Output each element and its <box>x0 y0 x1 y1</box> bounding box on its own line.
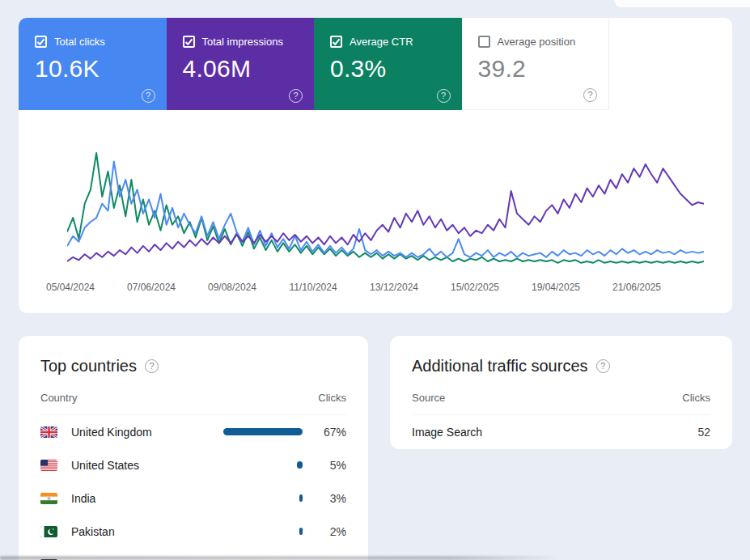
country-row-us[interactable]: United States5% <box>40 448 346 482</box>
total-clicks-checkbox[interactable] <box>35 36 47 48</box>
clicks-bar <box>223 428 303 435</box>
top-countries-title: Top countries <box>40 357 137 375</box>
country-name: Pakistan <box>71 525 115 538</box>
source-column-header: Source <box>412 392 445 404</box>
help-icon[interactable] <box>142 89 155 103</box>
clicks-bar-zone <box>222 494 303 502</box>
country-column-header: Country <box>40 392 78 404</box>
clicks-bar-zone <box>222 428 303 435</box>
source-clicks: 52 <box>697 426 710 439</box>
average-position-checkbox[interactable] <box>478 36 490 48</box>
clicks-percent: 2% <box>303 525 346 538</box>
performance-line-chart[interactable] <box>67 123 704 270</box>
tile-label: Total impressions <box>202 36 283 48</box>
clicks-bar-zone <box>222 528 303 535</box>
help-icon[interactable] <box>596 359 610 373</box>
tile-value: 0.3% <box>330 55 449 83</box>
x-axis-label: 21/06/2025 <box>600 282 673 293</box>
x-axis-label: 19/04/2025 <box>519 282 592 293</box>
us-flag-icon <box>40 460 57 471</box>
gb-flag-icon <box>40 426 57 438</box>
x-axis-label: 05/04/2024 <box>34 282 107 293</box>
clicks-percent: 5% <box>303 459 346 472</box>
tile-value: 10.6K <box>35 55 154 83</box>
x-axis-label: 15/02/2025 <box>439 282 511 293</box>
metric-tiles: Total clicks 10.6K Total impressions 4.0… <box>19 18 732 110</box>
clicks-column-header: Clicks <box>318 392 346 404</box>
country-row-in[interactable]: India3% <box>40 482 346 515</box>
source-name: Image Search <box>412 426 482 439</box>
clicks-bar <box>297 461 303 469</box>
help-icon[interactable] <box>437 89 451 103</box>
metric-tile-total-impressions[interactable]: Total impressions 4.06M <box>167 18 315 110</box>
help-icon[interactable] <box>583 88 597 102</box>
total-impressions-checkbox[interactable] <box>183 36 195 48</box>
country-row-pk[interactable]: Pakistan2% <box>40 515 346 548</box>
clicks-percent: 3% <box>303 492 346 505</box>
pk-flag-icon <box>40 526 57 537</box>
x-axis-label: 07/06/2024 <box>115 282 188 293</box>
series-total-impressions <box>67 164 704 261</box>
country-rows: United Kingdom67%United States5%India3%P… <box>40 415 346 560</box>
additional-traffic-sources-card: Additional traffic sources Source Clicks… <box>390 336 732 449</box>
x-axis-label: 13/12/2024 <box>358 282 430 293</box>
average-ctr-checkbox[interactable] <box>330 36 342 48</box>
country-name: United States <box>71 459 139 472</box>
traffic-sources-title: Additional traffic sources <box>412 357 588 375</box>
metric-tile-average-ctr[interactable]: Average CTR 0.3% <box>314 18 462 110</box>
traffic-source-row[interactable]: Image Search52 <box>412 415 710 448</box>
x-axis-label: 09/08/2024 <box>196 282 269 293</box>
tile-value: 4.06M <box>183 55 302 83</box>
tile-label: Average CTR <box>350 36 413 48</box>
country-name: India <box>71 492 95 505</box>
chart-lines <box>67 123 704 270</box>
help-icon[interactable] <box>145 359 159 373</box>
help-icon[interactable] <box>289 89 303 103</box>
series-total-clicks <box>67 162 704 257</box>
top-countries-card: Top countries Country Clicks United King… <box>19 336 368 560</box>
source-rows: Image Search52 <box>412 415 710 448</box>
country-name: United Kingdom <box>71 426 152 439</box>
metric-tile-average-position[interactable]: Average position 39.2 <box>462 18 610 110</box>
bottom-cutoff-shadow <box>0 556 562 560</box>
tile-value: 39.2 <box>478 55 596 83</box>
in-flag-icon <box>40 493 57 504</box>
chart-x-axis: 05/04/202407/06/202409/08/202411/10/2024… <box>19 282 732 295</box>
metric-tile-total-clicks[interactable]: Total clicks 10.6K <box>19 18 167 110</box>
tile-label: Total clicks <box>54 36 105 48</box>
country-row-gb[interactable]: United Kingdom67% <box>40 415 346 448</box>
x-axis-label: 11/10/2024 <box>277 282 350 293</box>
tile-label: Average position <box>498 36 576 48</box>
clicks-bar-zone <box>222 461 303 469</box>
clicks-percent: 67% <box>303 426 346 439</box>
clicks-column-header: Clicks <box>682 392 710 404</box>
performance-chart-card: Total clicks 10.6K Total impressions 4.0… <box>19 18 732 313</box>
toolbar-bottom-sliver <box>614 0 750 7</box>
